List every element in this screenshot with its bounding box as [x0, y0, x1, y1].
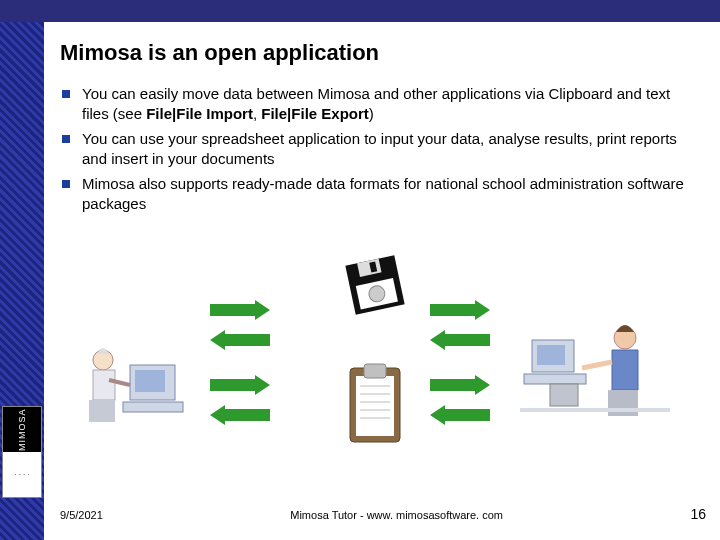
bullet-3: Mimosa also supports ready-made data for… — [82, 174, 700, 213]
svg-marker-31 — [210, 405, 270, 425]
footer: 9/5/2021 Mimosa Tutor - www. mimosasoftw… — [60, 506, 706, 522]
bullet-1: You can easily move data between Mimosa … — [82, 84, 700, 123]
arrow-icon — [430, 300, 490, 320]
arrow-icon — [430, 330, 490, 350]
bullet-list: You can easily move data between Mimosa … — [60, 84, 700, 213]
svg-marker-29 — [210, 330, 270, 350]
person-right-icon — [520, 310, 670, 434]
arrow-icon — [210, 330, 270, 350]
arrow-icon — [210, 300, 270, 320]
svg-marker-28 — [210, 300, 270, 320]
footer-date: 9/5/2021 — [60, 509, 103, 521]
logo-text: MIMOSA — [3, 407, 41, 452]
svg-rect-6 — [89, 400, 115, 422]
arrow-icon — [430, 375, 490, 395]
top-bar — [0, 0, 720, 22]
bullet-1-bold1: File|File Import — [146, 105, 253, 122]
svg-rect-26 — [608, 390, 638, 416]
svg-marker-35 — [430, 405, 490, 425]
clipboard-icon — [340, 360, 410, 454]
svg-rect-27 — [520, 408, 670, 412]
svg-rect-2 — [123, 402, 183, 412]
svg-marker-32 — [430, 300, 490, 320]
arrow-icon — [430, 405, 490, 425]
floppy-disk-icon — [340, 250, 410, 324]
page-number: 16 — [690, 506, 706, 522]
svg-rect-23 — [550, 384, 578, 406]
svg-rect-1 — [135, 370, 165, 392]
slide-content: Mimosa is an open application You can ea… — [60, 40, 700, 219]
svg-rect-21 — [537, 345, 565, 365]
mimosa-logo: MIMOSA · · · · — [2, 406, 42, 498]
bullet-1-bold2: File|File Export — [261, 105, 369, 122]
slide-title: Mimosa is an open application — [60, 40, 700, 66]
svg-marker-33 — [430, 330, 490, 350]
arrow-icon — [210, 375, 270, 395]
footer-center: Mimosa Tutor - www. mimosasoftware. com — [290, 509, 503, 521]
svg-marker-30 — [210, 375, 270, 395]
svg-marker-34 — [430, 375, 490, 395]
person-left-icon — [75, 320, 195, 434]
bullet-2: You can use your spreadsheet application… — [82, 129, 700, 168]
logo-sub: · · · · — [3, 452, 41, 497]
svg-line-25 — [582, 362, 612, 368]
arrow-icon — [210, 405, 270, 425]
bullet-1-mid: , — [253, 105, 261, 122]
svg-rect-14 — [364, 364, 386, 378]
svg-rect-22 — [524, 374, 586, 384]
svg-rect-4 — [93, 370, 115, 400]
bullet-1-post: ) — [369, 105, 374, 122]
svg-rect-13 — [356, 376, 394, 436]
graphics-area — [60, 250, 700, 470]
